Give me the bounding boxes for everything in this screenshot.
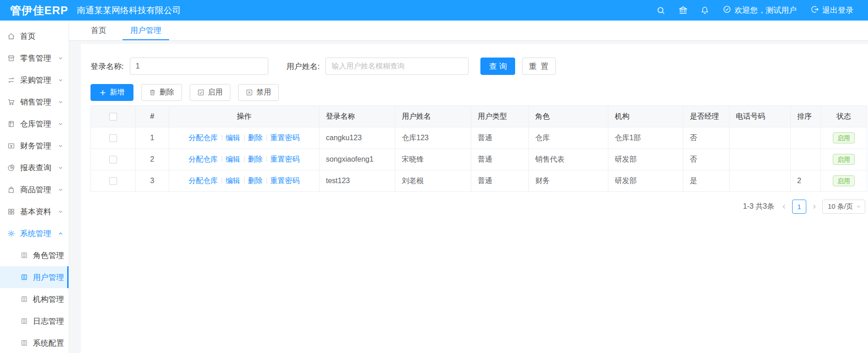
assign-warehouse-link[interactable]: 分配仓库 [189,134,218,142]
divider [222,178,222,184]
tab-home[interactable]: 首页 [79,21,118,40]
cell-login: songxiaofeng1 [320,149,395,170]
chevron-down-icon [58,78,63,83]
cell-name: 宋晓锋 [395,149,471,170]
divider [244,135,245,141]
divider [266,135,267,141]
sidebar-item-system[interactable]: 系统管理 [0,222,69,244]
pagination: 1-3 共3条 1 10 条/页 [91,192,867,214]
sidebar-item-org-management[interactable]: 机构管理 [0,288,69,310]
divider [222,156,222,162]
logout-button[interactable]: 退出登录 [807,5,857,16]
sidebar-item-home[interactable]: 首页 [0,25,69,47]
cell-org: 仓库1部 [608,127,683,149]
cell-name: 仓库123 [395,127,471,149]
divider [244,156,245,162]
cell-org: 研发部 [608,149,683,170]
sidebar-item-goods[interactable]: 商品管理 [0,179,69,200]
chevron-right-icon [811,204,817,210]
cell-type: 普通 [471,127,529,149]
sidebar-item-role-management[interactable]: 角色管理 [0,244,69,266]
assign-warehouse-link[interactable]: 分配仓库 [189,177,218,184]
status-badge[interactable]: 启用 [833,175,855,186]
sidebar-item-system-config[interactable]: 系统配置 [0,332,69,353]
next-page-button[interactable] [811,204,817,210]
select-all-checkbox[interactable] [109,113,117,121]
page-number-button[interactable]: 1 [792,200,806,214]
sidebar-item-log-management[interactable]: 日志管理 [0,310,69,332]
table-toolbar: 新增 删除 启用 禁用 [91,84,867,101]
edit-link[interactable]: 编辑 [226,177,240,184]
row-checkbox[interactable] [109,134,117,142]
divider [222,135,222,141]
edit-link[interactable]: 编辑 [226,155,240,163]
cell-manager: 否 [683,127,730,149]
delete-button[interactable]: 删除 [141,84,182,101]
table-row: 3 分配仓库编辑删除重置密码 test123 刘老根 普通 财务 研发部 是 [91,170,867,192]
welcome-user[interactable]: 欢迎您，测试用户 [719,5,800,16]
cell-type: 普通 [471,170,529,192]
reset-password-link[interactable]: 重置密码 [271,177,300,184]
app-logo[interactable]: 管伊佳ERP [0,3,69,18]
sidebar-item-finance[interactable]: 财务管理 [0,135,69,157]
row-checkbox[interactable] [109,177,117,185]
status-badge[interactable]: 启用 [833,132,855,143]
login-name-input[interactable] [130,58,268,75]
search-form: 登录名称: 用户姓名: 查 询 重 置 [91,58,867,75]
query-button[interactable]: 查 询 [480,58,515,75]
assign-warehouse-link[interactable]: 分配仓库 [189,155,218,163]
doc-icon [21,295,28,303]
sidebar-item-reports[interactable]: 报表查询 [0,157,69,179]
disable-button[interactable]: 禁用 [238,84,279,101]
sidebar-item-retail[interactable]: 零售管理 [0,47,69,69]
cell-sort [791,127,821,149]
edit-link[interactable]: 编辑 [226,134,240,142]
col-login-name: 登录名称 [320,106,395,127]
content-wrap: 登录名称: 用户姓名: 查 询 重 置 新增 [69,41,868,353]
col-org: 机构 [608,106,683,127]
enable-button[interactable]: 启用 [190,84,230,101]
search-icon[interactable] [653,3,669,18]
check-square-icon [197,89,204,96]
add-button[interactable]: 新增 [91,84,133,101]
cell-manager: 是 [683,170,730,192]
cell-manager: 否 [683,149,730,170]
status-badge[interactable]: 启用 [833,154,855,165]
col-is-manager: 是否经理 [683,106,730,127]
delete-link[interactable]: 删除 [248,134,263,142]
tab-user-management[interactable]: 用户管理 [118,21,173,40]
chevron-down-icon [58,56,63,61]
chevron-down-icon [58,143,63,148]
chevron-down-icon [58,121,63,126]
sidebar-item-user-management[interactable]: 用户管理 [0,266,69,288]
sidebar-item-sales[interactable]: 销售管理 [0,91,69,113]
basic-icon [7,208,15,216]
user-name-input[interactable] [325,58,469,75]
page-size-select[interactable]: 10 条/页 [822,200,865,214]
reset-button[interactable]: 重 置 [522,58,556,75]
row-checkbox[interactable] [109,156,117,163]
sidebar-item-basic-data[interactable]: 基本资料 [0,200,69,222]
cell-type: 普通 [471,149,529,170]
delete-link[interactable]: 删除 [248,177,263,184]
sidebar-item-purchase[interactable]: 采购管理 [0,69,69,91]
doc-icon [21,339,28,347]
goods-icon [7,186,15,194]
reset-password-link[interactable]: 重置密码 [271,134,300,142]
delete-link[interactable]: 删除 [248,155,263,163]
gear-icon [7,230,15,237]
cell-phone [730,170,791,192]
row-index: 2 [136,149,169,170]
bank-icon[interactable] [675,3,691,18]
sidebar-item-warehouse[interactable]: 仓库管理 [0,113,69,135]
col-sort: 排序 [791,106,821,127]
col-user-type: 用户类型 [471,106,529,127]
prev-page-button[interactable] [781,204,787,210]
divider [266,156,267,162]
login-name-label: 登录名称: [91,61,124,72]
divider [244,178,245,184]
reset-password-link[interactable]: 重置密码 [271,155,300,163]
doc-icon [21,252,28,259]
bell-icon[interactable] [697,3,713,18]
chevron-down-icon [58,209,63,214]
